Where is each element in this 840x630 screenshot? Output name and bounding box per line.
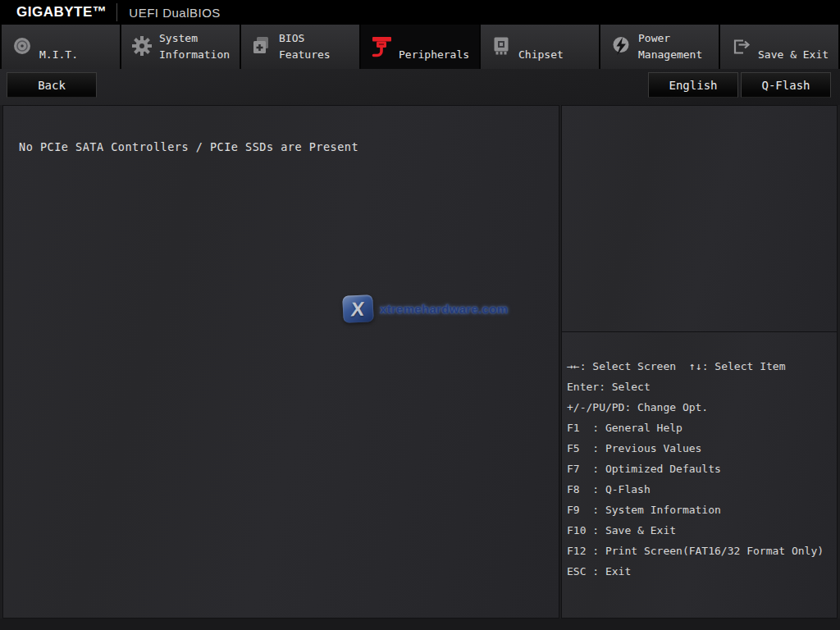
help-line: F8 : Q-Flash <box>567 483 833 504</box>
tab-chipset[interactable]: Chipset <box>481 25 599 69</box>
help-line: +/-/PU/PD: Change Opt. <box>567 401 833 422</box>
tab-system-information[interactable]: System Information <box>121 25 240 69</box>
help-line: ESC : Exit <box>567 565 833 586</box>
help-line: F9 : System Information <box>567 504 833 524</box>
tab-save-exit[interactable]: Save & Exit <box>720 25 838 69</box>
gear-icon <box>130 34 154 58</box>
hotkey-list: →←: Select Screen ↑↓: Select Item Enter:… <box>562 332 837 586</box>
tab-label: Chipset <box>518 47 564 63</box>
tab-bar: M.I.T. <box>0 25 840 69</box>
help-line: F1 : General Help <box>567 422 833 442</box>
title-bar: GIGABYTE™ UEFI DualBIOS <box>0 0 840 25</box>
tab-label: Peripherals <box>399 47 469 63</box>
qflash-button[interactable]: Q-Flash <box>741 72 831 98</box>
gigabyte-logo: GIGABYTE™ <box>16 4 107 21</box>
help-line: F5 : Previous Values <box>567 442 833 463</box>
help-line: F7 : Optimized Defaults <box>567 463 833 483</box>
chipset-icon <box>489 34 514 58</box>
hotkey-help-panel: →←: Select Screen ↑↓: Select Item Enter:… <box>561 331 838 619</box>
back-button[interactable]: Back <box>7 72 97 98</box>
help-gap <box>676 360 689 381</box>
mit-dial-icon <box>10 34 34 58</box>
tab-label: BIOS Features <box>279 30 331 63</box>
tab-label: System Information <box>159 30 230 63</box>
item-help-panel <box>561 105 838 332</box>
tab-bios-features[interactable]: BIOS Features <box>241 25 359 69</box>
tab-mit[interactable]: M.I.T. <box>2 25 120 69</box>
bios-chip-plus-icon <box>249 34 274 58</box>
help-line: F10 : Save & Exit <box>567 524 833 545</box>
tab-label: M.I.T. <box>39 47 78 63</box>
tab-peripherals[interactable]: Peripherals <box>361 25 479 69</box>
peripherals-icon <box>369 32 397 60</box>
help-line: Enter: Select <box>567 381 833 401</box>
bottom-strip <box>0 619 840 630</box>
tab-label: Power Management <box>638 30 702 63</box>
help-select-item: ↑↓: Select Item <box>689 360 785 381</box>
tab-label: Save & Exit <box>758 47 829 63</box>
page-title: UEFI DualBIOS <box>129 6 221 20</box>
tab-power-management[interactable]: Power Management <box>600 25 719 69</box>
title-divider <box>116 3 117 21</box>
power-bolt-icon <box>609 34 633 58</box>
help-line-select: →←: Select Screen ↑↓: Select Item <box>567 360 833 381</box>
help-select-screen: →←: Select Screen <box>567 360 676 381</box>
bios-screen: GIGABYTE™ UEFI DualBIOS M.I.T. <box>0 0 840 630</box>
save-exit-icon <box>728 34 753 58</box>
no-controllers-message: No PCIe SATA Controllers / PCIe SSDs are… <box>19 140 358 153</box>
settings-panel: No PCIe SATA Controllers / PCIe SSDs are… <box>2 105 559 619</box>
help-line: F12 : Print Screen(FAT16/32 Format Only) <box>567 545 833 565</box>
toolbar: Back English Q-Flash <box>0 69 840 105</box>
language-button[interactable]: English <box>648 72 738 98</box>
